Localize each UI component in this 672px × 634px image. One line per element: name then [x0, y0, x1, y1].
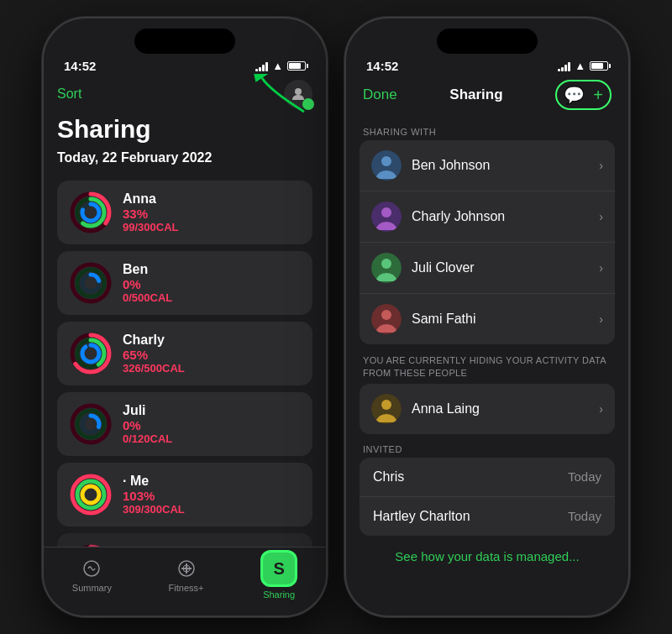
tab-fitness-plus[interactable]: Fitness+ [169, 557, 204, 593]
phone1-header: Sort [57, 73, 312, 181]
phone2-content: SHARING WITH Ben Johnson › [346, 120, 628, 617]
charly-name: Charly [123, 333, 301, 348]
battery-icon [287, 61, 306, 71]
me-percent: 103% [123, 489, 301, 503]
message-button[interactable]: 💬 [564, 85, 585, 105]
phone-2: 14:52 ▲ Done Sharing 💬 + [344, 17, 630, 617]
ben-cal: 0/500CAL [123, 291, 301, 304]
me-name: · Me [123, 474, 301, 489]
avatar-juli [371, 253, 402, 283]
ring-me [69, 473, 113, 516]
status-icons-1: ▲ [255, 60, 306, 72]
tab-sharing[interactable]: S Sharing [260, 550, 297, 600]
svg-point-44 [381, 400, 391, 410]
summary-icon [80, 557, 103, 580]
arrow-annotation [245, 74, 312, 116]
status-bar-2: 14:52 ▲ [346, 54, 628, 73]
contact-name-juli: Juli Clover [412, 260, 589, 275]
chevron-sami: › [599, 312, 603, 326]
contact-sami-fathi[interactable]: Sami Fathi › [360, 294, 615, 344]
time-2: 14:52 [366, 59, 398, 73]
signal-icon [255, 61, 268, 71]
svg-point-27 [82, 486, 99, 503]
phone-1: 14:52 ▲ Sort [42, 17, 328, 617]
signal-icon-2 [558, 61, 570, 71]
contact-charly-johnson[interactable]: Charly Johnson › [360, 191, 615, 243]
hiding-list: Anna Laing › [360, 384, 615, 434]
battery-icon-2 [590, 61, 608, 71]
date-label: Today, 22 February 2022 [57, 147, 312, 174]
contact-anna-laing[interactable]: Anna Laing › [360, 384, 615, 434]
anna-cal: 99/300CAL [123, 221, 301, 233]
sharing-nav-title: Sharing [449, 86, 502, 103]
charly-cal: 326/500CAL [123, 362, 301, 375]
contact-name-anna: Anna Laing [412, 401, 589, 417]
invited-list: Chris Today Hartley Charlton Today [360, 458, 615, 536]
chevron-ben: › [599, 159, 603, 172]
juli-cal: 0/120CAL [123, 432, 301, 445]
dynamic-island-2 [437, 29, 538, 54]
activity-card-ben[interactable]: Ben 0% 0/500CAL [57, 251, 312, 315]
charly-percent: 65% [123, 348, 301, 362]
sharing-with-header: SHARING WITH [346, 120, 628, 140]
status-bar-1: 14:52 ▲ [44, 54, 326, 73]
done-button[interactable]: Done [363, 86, 397, 103]
contact-name-ben: Ben Johnson [412, 158, 589, 173]
sharing-with-list: Ben Johnson › Charly Johnson › [360, 140, 615, 344]
invited-name-chris: Chris [373, 469, 404, 485]
contact-ben-johnson[interactable]: Ben Johnson › [360, 140, 615, 191]
ring-ben [69, 261, 113, 305]
svg-point-17 [82, 345, 99, 362]
chevron-charly: › [599, 210, 603, 223]
tab-bar: Summary Fitness+ S Sharing [44, 547, 326, 616]
invited-date-hartley: Today [568, 509, 601, 523]
chevron-juli: › [599, 261, 603, 275]
avatar-sami [371, 304, 402, 334]
contact-name-sami: Sami Fathi [412, 312, 589, 327]
juli-name: Juli [123, 403, 301, 418]
nav-actions: 💬 + [555, 80, 612, 110]
wifi-icon-2: ▲ [575, 60, 585, 72]
svg-point-42 [381, 310, 391, 320]
invited-date-chris: Today [568, 469, 601, 484]
wifi-icon: ▲ [272, 60, 283, 72]
avatar-charly [371, 202, 402, 232]
activity-card-me[interactable]: · Me 103% 309/300CAL [57, 463, 312, 527]
activity-card-juli[interactable]: Juli 0% 0/120CAL [57, 392, 312, 456]
svg-point-36 [381, 156, 391, 166]
add-button[interactable]: + [593, 86, 603, 105]
svg-point-38 [381, 207, 391, 217]
chevron-anna: › [599, 402, 603, 416]
ben-name: Ben [123, 262, 301, 277]
ring-charly [69, 332, 113, 375]
avatar-anna [371, 394, 402, 424]
tab-summary-label: Summary [72, 583, 112, 593]
phone2-nav: Done Sharing 💬 + [346, 73, 628, 120]
fitness-plus-icon [175, 557, 198, 580]
me-cal: 309/300CAL [123, 503, 301, 516]
juli-percent: 0% [123, 418, 301, 432]
invited-hartley: Hartley Charlton Today [360, 497, 615, 536]
ben-info: Ben 0% 0/500CAL [123, 262, 301, 304]
ben-percent: 0% [123, 277, 301, 291]
contact-juli-clover[interactable]: Juli Clover › [360, 243, 615, 294]
me-info: · Me 103% 309/300CAL [123, 474, 301, 516]
dynamic-island-1 [134, 29, 235, 54]
avatar-ben [371, 150, 402, 181]
status-icons-2: ▲ [558, 60, 608, 72]
sort-button[interactable]: Sort [57, 86, 81, 102]
invited-chris: Chris Today [360, 458, 615, 497]
hiding-header: YOU ARE CURRENTLY HIDING YOUR ACTIVITY D… [346, 344, 628, 384]
svg-point-40 [381, 259, 391, 269]
anna-name: Anna [123, 191, 301, 207]
tab-summary[interactable]: Summary [72, 557, 112, 593]
anna-info: Anna 33% 99/300CAL [123, 191, 301, 233]
activity-card-charly[interactable]: Charly 65% 326/500CAL [57, 322, 312, 385]
phone1-content: Sort [44, 73, 326, 603]
time-1: 14:52 [64, 59, 96, 73]
data-managed-link[interactable]: See how your data is managed... [346, 536, 628, 577]
anna-percent: 33% [123, 207, 301, 221]
charly-info: Charly 65% 326/500CAL [123, 333, 301, 375]
activity-card-anna[interactable]: Anna 33% 99/300CAL [57, 181, 312, 244]
sharing-tab-icon: S [260, 550, 297, 587]
